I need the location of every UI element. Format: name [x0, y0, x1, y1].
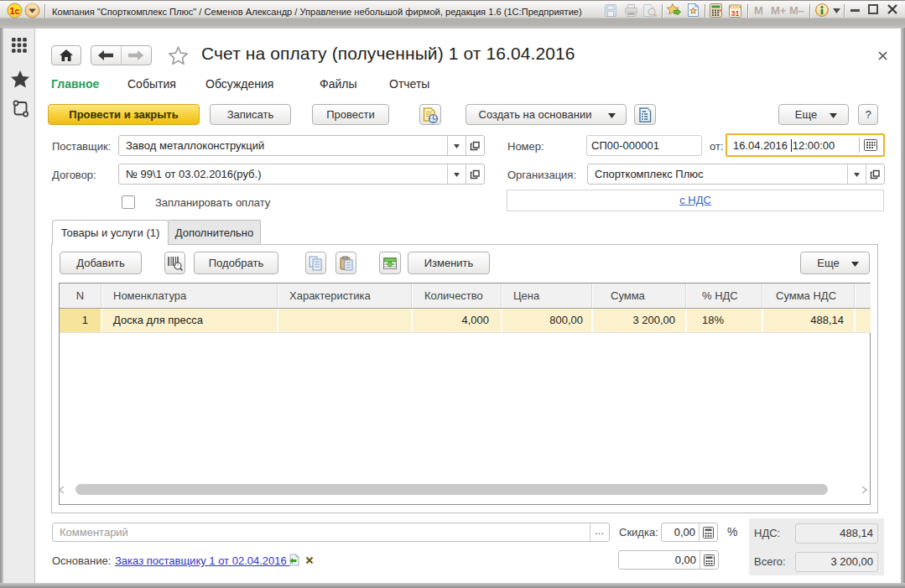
svg-text:1с: 1с: [9, 6, 19, 16]
svg-text:31: 31: [731, 9, 739, 18]
